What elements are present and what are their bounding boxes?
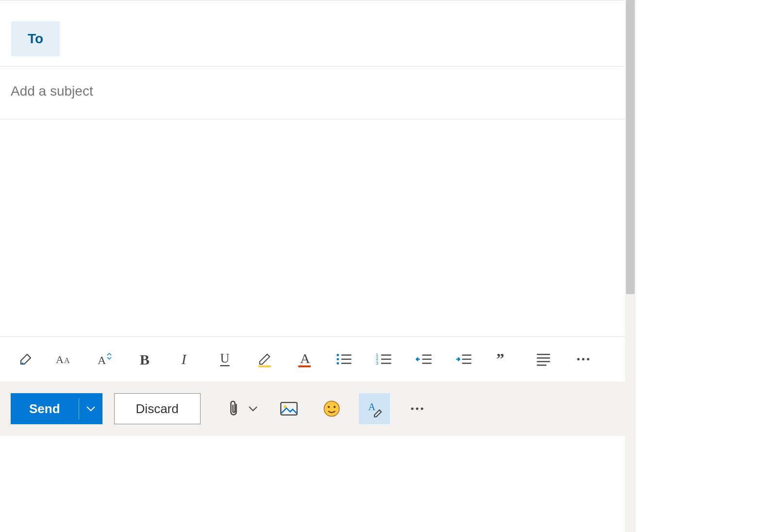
format-painter-icon[interactable] [14, 347, 38, 371]
send-label: Send [11, 401, 79, 416]
attach-icon[interactable] [224, 393, 243, 424]
send-button[interactable]: Send [11, 393, 102, 424]
svg-point-43 [416, 408, 418, 410]
svg-point-39 [328, 406, 330, 408]
svg-rect-36 [281, 402, 297, 415]
alignment-icon[interactable] [531, 347, 556, 371]
svg-point-42 [411, 408, 413, 410]
discard-button[interactable]: Discard [114, 393, 201, 424]
compose-pane: To AA A B I U A 123 [0, 0, 625, 532]
svg-text:I: I [181, 352, 187, 366]
scrollbar-thumb[interactable] [626, 0, 635, 294]
svg-point-44 [421, 408, 423, 410]
message-body[interactable] [0, 119, 625, 336]
decrease-indent-icon[interactable] [412, 347, 436, 371]
more-actions-icon[interactable] [402, 393, 433, 424]
svg-text:A: A [368, 401, 375, 412]
font-color-icon[interactable]: A [292, 347, 317, 371]
attach-chevron-icon[interactable] [244, 393, 262, 424]
editor-icon[interactable]: A [359, 393, 390, 424]
insert-picture-icon[interactable] [273, 393, 304, 424]
scrollbar[interactable] [625, 0, 636, 532]
svg-rect-7 [258, 366, 271, 367]
svg-point-33 [577, 358, 580, 361]
svg-point-12 [337, 358, 339, 361]
divider [0, 0, 625, 11]
svg-text:U: U [220, 351, 229, 366]
more-formatting-icon[interactable] [571, 347, 595, 371]
page-edge [625, 0, 777, 532]
quote-icon[interactable]: ” [491, 347, 516, 371]
bullets-icon[interactable] [332, 347, 356, 371]
svg-point-34 [582, 358, 585, 361]
increase-indent-icon[interactable] [452, 347, 476, 371]
svg-rect-9 [298, 366, 311, 367]
subject-row [0, 66, 625, 119]
emoji-icon[interactable] [316, 393, 347, 424]
svg-text:A: A [64, 356, 70, 365]
svg-text:A: A [98, 354, 106, 366]
to-row: To [0, 11, 625, 66]
svg-point-38 [324, 401, 339, 416]
highlight-icon[interactable] [253, 347, 277, 371]
svg-text:A: A [56, 353, 64, 366]
to-button[interactable]: To [11, 21, 60, 56]
bold-icon[interactable]: B [133, 347, 157, 371]
svg-text:3: 3 [376, 361, 378, 366]
numbering-icon[interactable]: 123 [372, 347, 396, 371]
svg-point-14 [337, 362, 339, 365]
italic-icon[interactable]: I [173, 347, 197, 371]
format-toolbar: AA A B I U A 123 ” [0, 336, 625, 382]
svg-text:”: ” [496, 353, 504, 366]
svg-point-40 [334, 406, 336, 408]
subject-input[interactable] [11, 83, 614, 99]
svg-text:A: A [300, 351, 310, 366]
svg-point-10 [337, 354, 339, 356]
send-bar: Send Discard A [0, 382, 625, 436]
svg-point-35 [587, 358, 590, 361]
font-case-icon[interactable]: AA [53, 347, 78, 371]
underline-icon[interactable]: U [213, 347, 237, 371]
font-size-icon[interactable]: A [93, 347, 118, 371]
svg-text:B: B [140, 352, 150, 366]
send-options-chevron-icon[interactable] [79, 406, 102, 412]
